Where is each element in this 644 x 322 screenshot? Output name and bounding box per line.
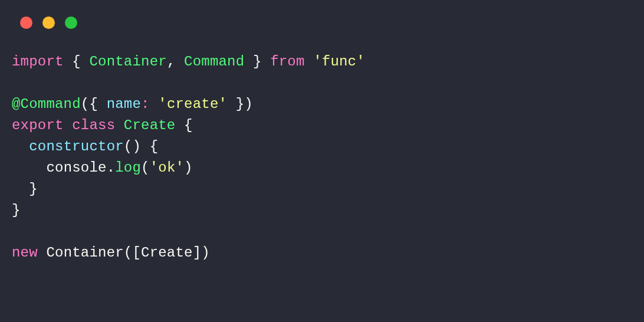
comma: , <box>167 54 176 70</box>
decorator-at: @ <box>12 96 21 112</box>
window-controls <box>0 0 644 29</box>
dot: . <box>107 160 116 176</box>
brace-open: { <box>184 117 193 133</box>
identifier-container: Container <box>89 54 166 70</box>
brace-close: } <box>236 96 245 112</box>
paren-open: ( <box>141 160 150 176</box>
identifier-command: Command <box>184 54 244 70</box>
method-log: log <box>115 160 141 176</box>
paren-open: ( <box>124 245 133 261</box>
close-icon[interactable] <box>20 17 32 29</box>
paren-close: ) <box>201 245 210 261</box>
brace-open: { <box>150 139 159 155</box>
code-block: import { Container, Command } from 'func… <box>0 29 644 264</box>
string-create: 'create' <box>158 96 227 112</box>
paren-close: ) <box>132 139 141 155</box>
brace-close: } <box>29 181 38 197</box>
brace-close: } <box>12 202 21 218</box>
brace-open: { <box>89 96 98 112</box>
keyword-import: import <box>12 54 64 70</box>
string-ok: 'ok' <box>150 160 184 176</box>
keyword-new: new <box>12 245 38 261</box>
maximize-icon[interactable] <box>65 17 77 29</box>
identifier-create: Create <box>141 245 193 261</box>
brace-open: { <box>72 54 81 70</box>
paren-open: ( <box>81 96 90 112</box>
paren-open: ( <box>124 139 133 155</box>
constructor: constructor <box>29 139 124 155</box>
bracket-close: ] <box>193 245 202 261</box>
colon: : <box>141 96 150 112</box>
paren-close: ) <box>184 160 193 176</box>
string-func: 'func' <box>313 54 365 70</box>
identifier-console: console <box>46 160 106 176</box>
keyword-export: export <box>12 117 64 133</box>
minimize-icon[interactable] <box>42 17 55 29</box>
bracket-open: [ <box>132 245 141 261</box>
decorator-command: Command <box>21 96 81 112</box>
class-create: Create <box>124 117 176 133</box>
brace-close: } <box>253 54 262 70</box>
keyword-class: class <box>72 117 115 133</box>
identifier-container: Container <box>46 245 123 261</box>
keyword-from: from <box>270 54 304 70</box>
paren-close: ) <box>244 96 253 112</box>
prop-name: name <box>107 96 141 112</box>
